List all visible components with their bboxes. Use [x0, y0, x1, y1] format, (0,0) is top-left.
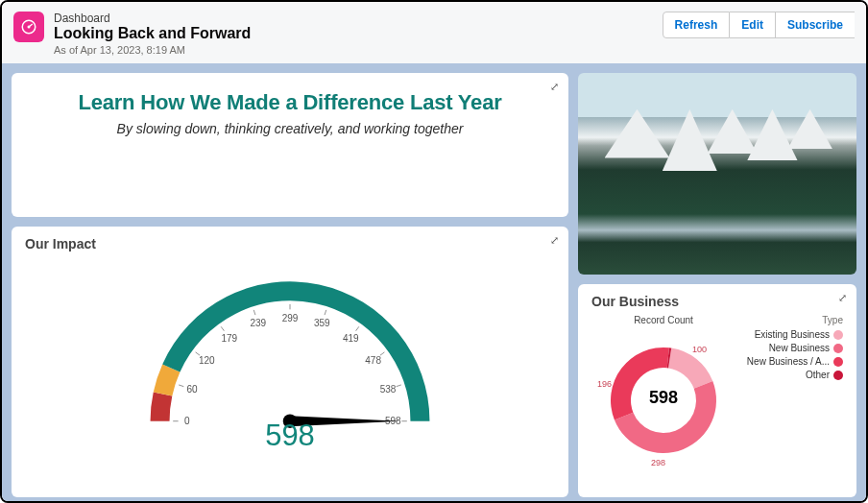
segment-label: 100: [692, 345, 707, 354]
refresh-button[interactable]: Refresh: [663, 12, 731, 38]
svg-text:419: 419: [343, 333, 359, 344]
donut-chart: 598 100 298 196: [591, 325, 735, 469]
as-of-text: As of Apr 13, 2023, 8:19 AM: [54, 44, 251, 56]
gauge-chart: 060120179239299359419478538598598: [25, 255, 555, 447]
svg-text:299: 299: [282, 313, 299, 323]
landscape-photo: [578, 73, 856, 275]
expand-icon[interactable]: ⤢: [550, 81, 559, 93]
svg-line-20: [397, 385, 401, 387]
legend-title: Type: [743, 315, 843, 325]
dashboard-canvas: ⤢ Learn How We Made a Difference Last Ye…: [2, 63, 866, 503]
dashboard-app-icon: [13, 12, 44, 42]
legend-item: Existing Business: [743, 329, 843, 340]
donut-subtitle: Record Count: [591, 315, 735, 325]
header-eyebrow: Dashboard: [54, 12, 251, 25]
svg-line-16: [356, 326, 359, 330]
svg-text:0: 0: [184, 416, 190, 426]
header-left: Dashboard Looking Back and Forward As of…: [13, 12, 251, 56]
svg-text:598: 598: [265, 419, 315, 447]
svg-text:538: 538: [380, 384, 397, 395]
svg-line-4: [179, 385, 183, 387]
svg-point-1: [28, 26, 31, 29]
expand-icon[interactable]: ⤢: [838, 292, 847, 304]
business-title: Our Business: [591, 294, 843, 309]
svg-line-10: [253, 310, 255, 315]
gauge-icon: [20, 18, 37, 36]
svg-line-14: [325, 310, 326, 315]
subscribe-button[interactable]: Subscribe: [776, 12, 855, 38]
donut-center-value: 598: [649, 388, 678, 408]
edit-button[interactable]: Edit: [730, 12, 776, 38]
donut-legend: Type Existing BusinessNew BusinessNew Bu…: [743, 315, 843, 469]
svg-text:60: 60: [186, 384, 198, 395]
svg-text:478: 478: [365, 355, 381, 366]
segment-label: 298: [651, 458, 665, 467]
segment-label: 196: [597, 379, 612, 389]
hero-card: ⤢ Learn How We Made a Difference Last Ye…: [12, 73, 568, 217]
hero-title: Learn How We Made a Difference Last Year: [25, 90, 555, 115]
impact-title: Our Impact: [25, 236, 555, 252]
expand-icon[interactable]: ⤢: [550, 234, 559, 247]
page-title: Looking Back and Forward: [54, 25, 251, 42]
impact-card: ⤢ Our Impact 060120179239299359419478538…: [12, 227, 568, 497]
svg-text:120: 120: [199, 355, 215, 366]
svg-text:359: 359: [314, 318, 330, 328]
legend-item: New Business: [743, 343, 843, 353]
photo-card: ⤢: [578, 73, 856, 275]
mountains: [592, 109, 843, 154]
svg-text:179: 179: [221, 333, 237, 344]
legend-item: New Business / A...: [743, 356, 843, 367]
business-body: Record Count 598 100 298 196 Type Existi…: [591, 315, 843, 469]
legend-item: Other: [743, 370, 843, 380]
dashboard-header: Dashboard Looking Back and Forward As of…: [2, 2, 866, 63]
header-titles: Dashboard Looking Back and Forward As of…: [54, 12, 251, 56]
hero-subtitle: By slowing down, thinking creatively, an…: [25, 121, 555, 136]
header-actions: Refresh Edit Subscribe: [663, 12, 855, 38]
business-card: ⤢ Our Business Record Count 598 100 298 …: [578, 284, 856, 497]
svg-text:239: 239: [250, 318, 266, 328]
svg-line-8: [221, 326, 224, 330]
